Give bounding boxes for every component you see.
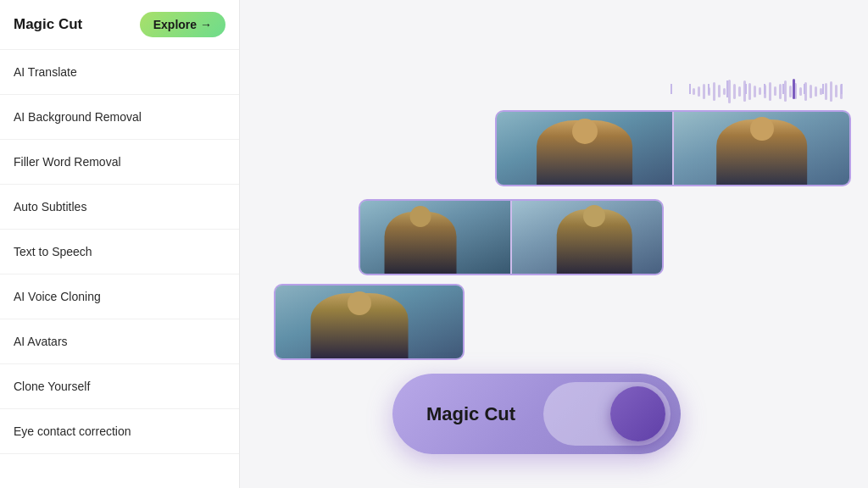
sidebar-item-ai-translate[interactable]: AI Translate	[0, 50, 239, 95]
ruler-tick	[822, 84, 824, 94]
main-content: Magic Cut	[240, 0, 868, 488]
sidebar-item-ai-avatars[interactable]: AI Avatars	[0, 319, 239, 364]
sidebar-title: Magic Cut	[14, 16, 82, 33]
video-track-2[interactable]	[359, 199, 664, 275]
sidebar-header: Magic Cut Explore →	[0, 0, 239, 50]
ruler-tick	[782, 84, 784, 94]
sidebar: Magic Cut Explore → AI Translate AI Back…	[0, 0, 240, 488]
sidebar-item-eye-contact-correction[interactable]: Eye contact correction	[0, 409, 239, 454]
ruler-tick	[764, 84, 765, 94]
ruler-tick	[670, 84, 672, 94]
video-track-3[interactable]	[274, 284, 465, 360]
video-frame-1a	[497, 112, 672, 185]
sidebar-item-ai-background-removal[interactable]: AI Background Removal	[0, 95, 239, 140]
explore-button[interactable]: Explore →	[140, 12, 225, 37]
video-frame-3a	[275, 286, 463, 358]
ruler-tick	[804, 84, 805, 94]
ruler	[291, 76, 851, 102]
toggle-knob-container[interactable]	[543, 382, 670, 446]
sidebar-item-filler-word-removal[interactable]: Filler Word Removal	[0, 140, 239, 185]
sidebar-item-clone-yourself[interactable]: Clone Yourself	[0, 364, 239, 409]
video-frame-1b	[674, 112, 849, 185]
sidebar-item-ai-voice-cloning[interactable]: AI Voice Cloning	[0, 274, 239, 319]
sidebar-item-auto-subtitles[interactable]: Auto Subtitles	[0, 185, 239, 230]
timeline-area: Magic Cut	[240, 68, 868, 488]
ruler-tick	[726, 80, 728, 97]
toggle-knob	[610, 386, 665, 441]
magic-cut-toggle[interactable]: Magic Cut	[392, 374, 681, 454]
video-frame-2b	[512, 201, 662, 274]
video-frame-2a	[360, 201, 510, 274]
ruler-tick	[841, 84, 843, 94]
magic-cut-label: Magic Cut	[426, 403, 515, 425]
sidebar-item-text-to-speech[interactable]: Text to Speech	[0, 230, 239, 274]
ruler-tick	[745, 84, 747, 94]
video-track-1[interactable]	[495, 110, 851, 186]
ruler-tick	[708, 84, 709, 94]
playhead	[793, 79, 795, 99]
ruler-tick	[689, 84, 691, 94]
